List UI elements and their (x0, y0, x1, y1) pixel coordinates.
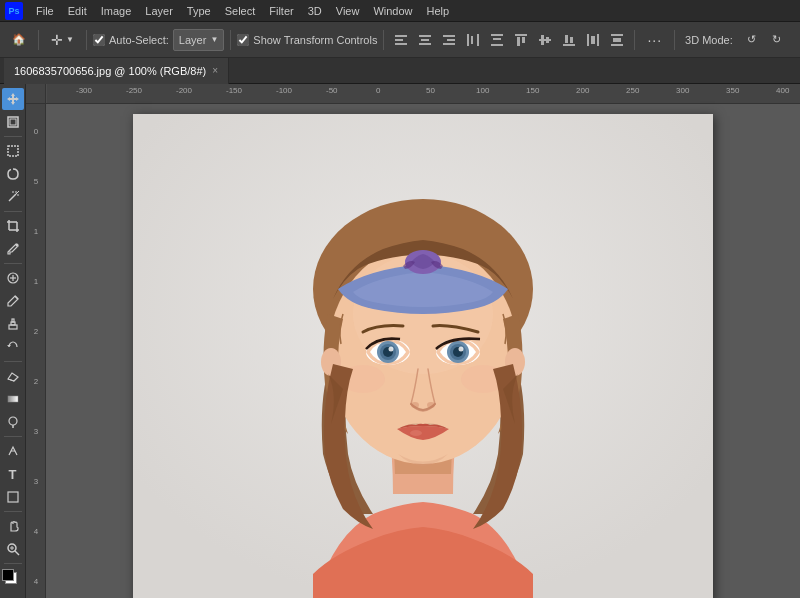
text-tool[interactable]: T (2, 463, 24, 485)
tab-filename: 1606835700656.jpg @ 100% (RGB/8#) (14, 65, 206, 77)
move-tool[interactable] (2, 88, 24, 110)
separator-1 (38, 30, 39, 50)
image-tab[interactable]: 1606835700656.jpg @ 100% (RGB/8#) × (4, 58, 229, 84)
svg-text:50: 50 (426, 86, 435, 95)
align-left-icon (394, 33, 408, 47)
3d-mode-label: 3D Mode: (685, 34, 733, 46)
brush-tool[interactable] (2, 290, 24, 312)
tab-bar: 1606835700656.jpg @ 100% (RGB/8#) × (0, 58, 800, 84)
svg-line-60 (15, 551, 19, 555)
menu-help[interactable]: Help (421, 3, 456, 19)
menu-view[interactable]: View (330, 3, 366, 19)
3d-rotate-btn1[interactable]: ↺ (741, 26, 762, 54)
align-center-icon (418, 33, 432, 47)
home-icon: 🏠 (12, 33, 26, 46)
auto-select-toggle[interactable]: Auto-Select: (93, 34, 169, 46)
menu-3d[interactable]: 3D (302, 3, 328, 19)
align-right-btn[interactable] (438, 29, 460, 51)
tool-sep-5 (4, 436, 22, 437)
svg-text:200: 200 (576, 86, 590, 95)
distribute-hspace-icon (586, 33, 600, 47)
dodge-tool[interactable] (2, 411, 24, 433)
lasso-tool[interactable] (2, 163, 24, 185)
svg-text:350: 350 (726, 86, 740, 95)
pen-tool[interactable] (2, 440, 24, 462)
separator-2 (86, 30, 87, 50)
layer-dropdown[interactable]: Layer ▼ (173, 29, 224, 51)
menu-layer[interactable]: Layer (139, 3, 179, 19)
eraser-tool[interactable] (2, 365, 24, 387)
3d-rotate-btn2[interactable]: ↻ (766, 26, 787, 54)
gradient-tool[interactable] (2, 388, 24, 410)
svg-rect-15 (515, 34, 527, 36)
svg-marker-30 (7, 93, 19, 105)
eyedropper-tool[interactable] (2, 238, 24, 260)
menu-image[interactable]: Image (95, 3, 138, 19)
svg-text:3: 3 (34, 427, 39, 436)
stamp-tool[interactable] (2, 313, 24, 335)
crop-tool[interactable] (2, 215, 24, 237)
svg-text:3: 3 (34, 477, 39, 486)
tool-sep-1 (4, 136, 22, 137)
portrait-svg (133, 114, 713, 598)
distribute-btn2[interactable] (486, 29, 508, 51)
align-vcenter-btn[interactable] (534, 29, 556, 51)
tool-sep-7 (4, 563, 22, 564)
distribute-icon-2 (490, 33, 504, 47)
show-transform-toggle[interactable]: Show Transform Controls (237, 34, 377, 46)
distribute-hspace-btn[interactable] (582, 29, 604, 51)
menu-window[interactable]: Window (367, 3, 418, 19)
svg-rect-58 (8, 492, 18, 502)
distribute-icon-1 (466, 33, 480, 47)
align-center-btn[interactable] (414, 29, 436, 51)
svg-text:250: 250 (626, 86, 640, 95)
left-toolbar: T (0, 84, 26, 598)
svg-rect-17 (522, 37, 525, 43)
svg-rect-7 (447, 39, 455, 41)
ruler-left: 0 5 1 1 2 2 3 3 4 4 (26, 104, 46, 598)
artboard-tool[interactable] (2, 111, 24, 133)
brush-icon (6, 294, 20, 308)
3d-rotate-icon1: ↺ (747, 33, 756, 46)
svg-rect-4 (421, 39, 429, 41)
distribute-vspace-btn[interactable] (606, 29, 628, 51)
svg-line-52 (8, 379, 14, 381)
svg-rect-14 (491, 44, 503, 46)
home-button[interactable]: 🏠 (6, 26, 32, 54)
show-transform-checkbox[interactable] (237, 34, 249, 46)
align-bottom-icon (562, 33, 576, 47)
text-tool-label: T (9, 467, 17, 482)
svg-text:-50: -50 (326, 86, 338, 95)
magic-wand-tool[interactable] (2, 186, 24, 208)
move-tool-btn[interactable]: ✛ ▼ (45, 26, 80, 54)
tab-close-btn[interactable]: × (212, 66, 218, 76)
3d-rotate-icon2: ↻ (772, 33, 781, 46)
align-vcenter-icon (538, 33, 552, 47)
magic-wand-icon (6, 190, 20, 204)
menu-file[interactable]: File (30, 3, 60, 19)
svg-text:1: 1 (34, 277, 39, 286)
separator-6 (674, 30, 675, 50)
color-swatches[interactable] (2, 569, 24, 587)
align-top-btn[interactable] (510, 29, 532, 51)
distribute-btn1[interactable] (462, 29, 484, 51)
menu-select[interactable]: Select (219, 3, 262, 19)
separator-4 (383, 30, 384, 50)
menu-filter[interactable]: Filter (263, 3, 299, 19)
hand-tool[interactable] (2, 515, 24, 537)
healing-brush-tool[interactable] (2, 267, 24, 289)
svg-rect-21 (563, 44, 575, 46)
menu-edit[interactable]: Edit (62, 3, 93, 19)
align-left-btn[interactable] (390, 29, 412, 51)
history-brush-tool[interactable] (2, 336, 24, 358)
more-options-btn[interactable]: ··· (641, 26, 668, 54)
zoom-tool[interactable] (2, 538, 24, 560)
svg-rect-10 (471, 36, 473, 44)
align-bottom-btn[interactable] (558, 29, 580, 51)
shape-tool[interactable] (2, 486, 24, 508)
menu-type[interactable]: Type (181, 3, 217, 19)
auto-select-checkbox[interactable] (93, 34, 105, 46)
svg-rect-23 (570, 37, 573, 43)
rectangular-marquee-tool[interactable] (2, 140, 24, 162)
svg-rect-13 (493, 38, 501, 40)
